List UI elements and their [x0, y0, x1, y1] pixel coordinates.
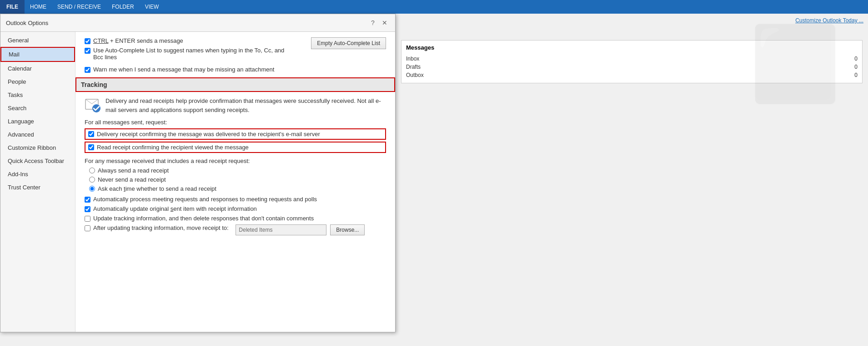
sidebar-item-mail[interactable]: Mail [0, 47, 75, 62]
never-send-label: Never send a read receipt [98, 176, 166, 183]
inbox-value: 0 [854, 56, 858, 62]
main-area: Outlook Options ? ✕ General Mail Calenda… [0, 14, 868, 346]
empty-autocomplete-button[interactable]: Empty Auto-Complete List [311, 37, 386, 49]
sidebar-item-customize-ribbon[interactable]: Customize Ribbon [0, 141, 75, 154]
dialog-title: Outlook Options [6, 20, 48, 26]
read-receipt-label: Read receipt confirming the recipient vi… [97, 144, 249, 151]
dialog-close-button[interactable]: ✕ [380, 18, 390, 28]
inbox-label: Inbox [406, 56, 419, 62]
top-checkboxes: CTRL + ENTER sends a message Use Auto-Co… [85, 37, 302, 63]
move-receipt-checkbox[interactable] [85, 225, 90, 231]
dialog-body: General Mail Calendar People Tasks Searc… [0, 32, 395, 332]
outbox-label: Outbox [406, 72, 424, 78]
delete-tracking-checkbox[interactable] [85, 216, 90, 222]
sidebar-item-tasks[interactable]: Tasks [0, 88, 75, 102]
auto-complete-label: Use Auto-Complete List to suggest names … [93, 47, 284, 61]
content-panel: CTRL + ENTER sends a message Use Auto-Co… [75, 32, 395, 332]
drafts-row: Drafts 0 [406, 63, 858, 71]
auto-complete-checkbox[interactable] [85, 48, 90, 54]
ask-each-time-radio[interactable] [89, 186, 95, 192]
sidebar-item-add-ins[interactable]: Add-Ins [0, 168, 75, 181]
auto-process-checkbox[interactable] [85, 197, 90, 203]
warn-attachment-checkbox[interactable] [85, 67, 90, 73]
read-receipt-checkbox[interactable] [88, 144, 94, 150]
delete-tracking-row: Update tracking information, and then de… [85, 215, 386, 222]
warn-attachment-row: Warn me when I send a message that may b… [85, 66, 386, 73]
tracking-description-row: Delivery and read receipts help provide … [85, 97, 386, 114]
deleted-items-input[interactable] [236, 224, 326, 235]
drafts-label: Drafts [406, 64, 421, 70]
top-controls-row: CTRL + ENTER sends a message Use Auto-Co… [85, 37, 386, 63]
messages-title: Messages [406, 44, 858, 51]
sidebar-item-language[interactable]: Language [0, 115, 75, 128]
sidebar: General Mail Calendar People Tasks Searc… [0, 32, 75, 332]
menu-view[interactable]: VIEW [140, 0, 165, 14]
tracking-description-text: Delivery and read receipts help provide … [105, 97, 386, 114]
browse-button[interactable]: Browse... [330, 224, 365, 235]
for-messages-sent-label: For all messages sent, request: [85, 119, 386, 126]
auto-update-label: Automatically update original sent item … [93, 205, 257, 212]
browse-row: Browse... [236, 224, 365, 235]
ask-each-time-label: Ask each time whether to send a read rec… [98, 185, 216, 192]
sidebar-item-search[interactable]: Search [0, 102, 75, 115]
menu-folder[interactable]: FOLDER [106, 0, 140, 14]
delivery-receipt-row: Delivery receipt confirming the message … [85, 128, 386, 140]
radio-always-send: Always send a read receipt [89, 167, 386, 174]
dialog-titlebar: Outlook Options ? ✕ [0, 14, 395, 32]
auto-section: Automatically process meeting requests a… [85, 196, 386, 237]
customize-outlook-link[interactable]: Customize Outlook Today ... [795, 17, 863, 24]
dialog-controls: ? ✕ [368, 18, 390, 28]
auto-complete-row: Use Auto-Complete List to suggest names … [85, 47, 302, 61]
messages-panel: Messages Inbox 0 Drafts 0 Outbox 0 [401, 40, 863, 83]
move-receipt-row: After updating tracking information, mov… [85, 224, 386, 237]
radio-ask-each-time: Ask each time whether to send a read rec… [89, 185, 386, 192]
sidebar-item-trust-center[interactable]: Trust Center [0, 181, 75, 194]
always-send-label: Always send a read receipt [98, 167, 169, 174]
warn-attachment-label: Warn me when I send a message that may b… [93, 66, 274, 73]
menu-send-receive[interactable]: SEND / RECEIVE [52, 0, 106, 14]
menu-bar: FILE HOME SEND / RECEIVE FOLDER VIEW [0, 0, 868, 14]
drafts-value: 0 [854, 64, 858, 70]
ctrl-enter-checkbox[interactable] [85, 38, 90, 44]
radio-never-send: Never send a read receipt [89, 176, 386, 183]
menu-file[interactable]: FILE [0, 0, 25, 14]
dialog-help-button[interactable]: ? [368, 18, 378, 28]
read-receipt-row: Read receipt confirming the recipient vi… [85, 142, 386, 153]
tracking-content: Delivery and read receipts help provide … [85, 97, 386, 237]
sidebar-item-calendar[interactable]: Calendar [0, 62, 75, 75]
sidebar-item-general[interactable]: General [0, 34, 75, 47]
auto-update-row: Automatically update original sent item … [85, 205, 386, 212]
delivery-receipt-checkbox[interactable] [88, 131, 94, 137]
inbox-row: Inbox 0 [406, 55, 858, 63]
delivery-receipt-label: Delivery receipt confirming the message … [97, 131, 320, 137]
ctrl-enter-row: CTRL + ENTER sends a message [85, 37, 302, 44]
sidebar-item-quick-access-toolbar[interactable]: Quick Access Toolbar [0, 154, 75, 168]
never-send-radio[interactable] [89, 177, 95, 183]
auto-process-label: Automatically process meeting requests a… [93, 196, 317, 203]
outlook-options-dialog: Outlook Options ? ✕ General Mail Calenda… [0, 14, 396, 332]
radio-group: For any message received that includes a… [85, 158, 386, 192]
move-receipt-label: After updating tracking information, mov… [93, 224, 229, 231]
tracking-label: Tracking [81, 81, 107, 88]
auto-process-row: Automatically process meeting requests a… [85, 196, 386, 203]
delete-tracking-label: Update tracking information, and then de… [93, 215, 314, 222]
outbox-row: Outbox 0 [406, 71, 858, 79]
menu-home[interactable]: HOME [25, 0, 52, 14]
ctrl-enter-label: CTRL + ENTER sends a message [93, 37, 183, 44]
for-any-received-label: For any message received that includes a… [85, 158, 386, 164]
outbox-value: 0 [854, 72, 858, 78]
right-panel: Customize Outlook Today ... ⬛ Messages I… [396, 14, 868, 346]
tracking-icon [85, 97, 101, 113]
empty-autocomplete-btn-container: Empty Auto-Complete List [302, 37, 386, 49]
tracking-section-header: Tracking [75, 77, 395, 92]
sidebar-item-people[interactable]: People [0, 75, 75, 88]
sidebar-item-advanced[interactable]: Advanced [0, 128, 75, 141]
always-send-radio[interactable] [89, 168, 95, 173]
auto-update-checkbox[interactable] [85, 206, 90, 212]
